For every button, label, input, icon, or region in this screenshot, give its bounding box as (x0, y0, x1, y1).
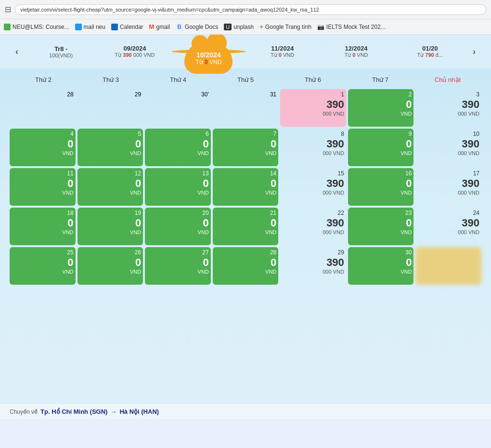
day-cell-1[interactable]: 1 390 000 VND (280, 89, 346, 127)
calendar-grid: 28 29 30' 31 1 390 000 VND 2 0 VND 3 (10, 89, 481, 285)
month-selector: ‹ Tr8 - 100(VND) 09/2024 Từ 390 000 VND … (0, 35, 491, 68)
bookmark-unplash-label: unplash (233, 24, 254, 30)
bookmark-mail-label: mail neu (84, 24, 105, 30)
month-10-label: 10/2024 (196, 51, 221, 59)
active-month-cloud: 10/2024 Từ 0 VND (184, 42, 233, 74)
day-cell-17[interactable]: 17 390 000 VND (415, 168, 481, 206)
day-cell-6[interactable]: 6 0 VND (145, 129, 211, 166)
day-cell-30prev: 30' (145, 89, 211, 127)
month-item-11[interactable]: 11/2024 Từ 0 VND (246, 43, 319, 60)
day-cell-13[interactable]: 13 0 VND (145, 168, 211, 206)
bookmark-ielts[interactable]: 📷 IELTS Mock Test 202... (317, 24, 386, 30)
day-cell-29[interactable]: 29 390 000 VND (280, 247, 346, 285)
route-arrow: → (110, 408, 116, 415)
bookmark-google-sheets-label: Google Trang tính (265, 24, 311, 30)
weekday-tue: Thứ 3 (77, 73, 144, 86)
day-cell-5[interactable]: 5 0 VND (78, 129, 143, 166)
month-item-prev[interactable]: Tr8 - 100(VND) (24, 43, 98, 60)
month-item-09[interactable]: 09/2024 Từ 390 000 VND (98, 43, 171, 60)
bookmark-calendar[interactable]: Calendar (111, 24, 143, 30)
day-cell-8[interactable]: 8 390 000 VND (280, 129, 346, 166)
calendar-wrapper: Thứ 2 Thứ 3 Thứ 4 Thứ 5 Thứ 6 Thứ 7 Chủ … (0, 68, 491, 290)
month-12-label: 12/2024 (323, 45, 389, 52)
month-prev-price: 100(VND) (28, 53, 94, 58)
day-cell-19[interactable]: 19 0 VND (78, 208, 143, 245)
month-11-label: 11/2024 (249, 45, 315, 52)
day-cell-10[interactable]: 10 390 000 VND (415, 129, 481, 166)
day-cell-28prev: 28 (10, 89, 76, 127)
bookmark-mail[interactable]: mail neu (75, 24, 105, 30)
day-cell-31prev: 31 (213, 89, 279, 127)
bookmark-calendar-label: Calendar (120, 24, 143, 30)
route-from: Tp. Hồ Chí Minh (SGN) (40, 408, 107, 415)
unplash-icon: U (224, 24, 232, 30)
prev-month-btn[interactable]: ‹ (10, 42, 24, 61)
month-01-price: Từ 790 đ... (397, 52, 463, 58)
day-cell-4[interactable]: 4 0 VND (10, 129, 76, 166)
main-content: ‹ Tr8 - 100(VND) 09/2024 Từ 390 000 VND … (0, 35, 491, 419)
month-12-price: Từ 0 VND (323, 52, 389, 58)
route-label: Chuyến về (10, 408, 38, 415)
month-item-12[interactable]: 12/2024 Từ 0 VND (319, 43, 393, 60)
day-cell-21[interactable]: 21 0 VND (213, 208, 279, 245)
url-bar[interactable]: vietjetair.com/vi/select-flight-cheap?ut… (15, 4, 486, 15)
browser-menu-icon: ⊟ (5, 5, 11, 14)
month-10-price: Từ 0 VND (195, 59, 221, 66)
bookmark-gmail-label: gmail (156, 24, 170, 30)
mail-icon (75, 24, 82, 30)
day-cell-24[interactable]: 24 390 000 VND (415, 208, 481, 245)
day-cell-26[interactable]: 26 0 VND (78, 247, 143, 285)
month-09-label: 09/2024 (102, 45, 168, 52)
day-cell-20[interactable]: 20 0 VND (145, 208, 211, 245)
route-bar: Chuyến về Tp. Hồ Chí Minh (SGN) → Hà Nội… (0, 404, 491, 419)
day-cell-22[interactable]: 22 390 000 VND (280, 208, 346, 245)
next-month-btn[interactable]: › (467, 42, 481, 61)
bookmark-neu-label: NEU@LMS: Course... (13, 24, 69, 30)
google-sheets-icon: + (259, 23, 263, 30)
calendar-icon (111, 24, 118, 30)
weekday-wed: Thứ 4 (144, 73, 212, 86)
bookmark-gmail[interactable]: M gmail (149, 23, 170, 30)
weekday-fri: Thứ 6 (279, 73, 347, 86)
day-cell-27[interactable]: 27 0 VND (145, 247, 211, 285)
bookmark-ielts-label: IELTS Mock Test 202... (326, 24, 386, 30)
bookmark-google-sheets[interactable]: + Google Trang tính (259, 23, 311, 30)
bookmark-docs[interactable]: B Google Docs (176, 23, 218, 31)
month-09-price: Từ 390 000 VND (102, 52, 168, 58)
day-cell-29prev: 29 (78, 89, 143, 127)
browser-chrome: ⊟ vietjetair.com/vi/select-flight-cheap?… (0, 0, 491, 19)
day-cell-28[interactable]: 28 0 VND (213, 247, 279, 285)
bookmarks-bar: NEU@LMS: Course... mail neu Calendar M g… (0, 19, 491, 35)
calendar-header: Thứ 2 Thứ 3 Thứ 4 Thứ 5 Thứ 6 Thứ 7 Chủ … (10, 73, 481, 86)
neu-icon (4, 24, 11, 30)
ielts-icon: 📷 (317, 24, 324, 30)
month-11-price: Từ 0 VND (249, 52, 315, 58)
day-cell-14[interactable]: 14 0 VND (213, 168, 279, 206)
bookmark-unplash[interactable]: U unplash (224, 24, 254, 30)
day-cell-18[interactable]: 18 0 VND (10, 208, 76, 245)
gmail-m-icon: M (149, 23, 155, 30)
weekday-mon: Thứ 2 (10, 73, 77, 86)
bookmark-neu[interactable]: NEU@LMS: Course... (4, 24, 69, 30)
month-item-10[interactable]: 10/2024 Từ 0 VND (172, 50, 246, 53)
day-cell-3[interactable]: 3 390 000 VND (415, 89, 481, 127)
weekday-thu: Thứ 5 (212, 73, 279, 86)
weekday-sat: Thứ 7 (347, 73, 414, 86)
day-cell-11[interactable]: 11 0 VND (10, 168, 76, 206)
docs-icon: B (176, 23, 183, 31)
day-cell-7[interactable]: 7 0 VND (213, 129, 279, 166)
month-prev-label: Tr8 - (28, 45, 94, 53)
day-cell-9[interactable]: 9 0 VND (348, 129, 414, 166)
day-cell-30[interactable]: 30 0 VND (348, 247, 414, 285)
month-01-label: 01/20 (397, 45, 463, 52)
day-cell-12[interactable]: 12 0 VND (78, 168, 143, 206)
day-cell-15[interactable]: 15 390 000 VND (280, 168, 346, 206)
day-cell-23[interactable]: 23 0 VND (348, 208, 414, 245)
bookmark-docs-label: Google Docs (185, 24, 218, 30)
day-cell-2[interactable]: 2 0 VND (348, 89, 414, 127)
day-cell-31-blurred (415, 247, 481, 285)
day-cell-16[interactable]: 16 0 VND (348, 168, 414, 206)
month-item-01[interactable]: 01/20 Từ 790 đ... (393, 43, 467, 60)
day-cell-25[interactable]: 25 0 VND (10, 247, 76, 285)
route-to: Hà Nội (HAN) (119, 408, 159, 415)
